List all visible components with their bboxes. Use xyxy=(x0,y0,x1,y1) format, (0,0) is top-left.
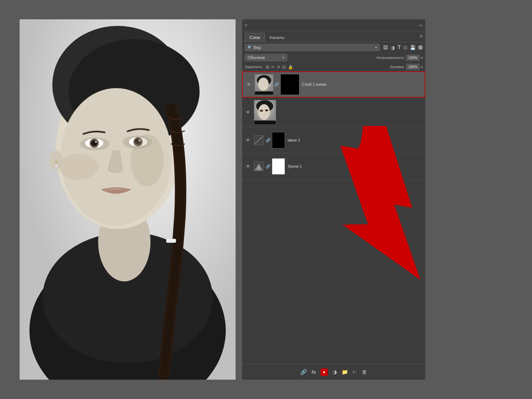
svg-rect-43 xyxy=(256,167,257,170)
photo-thumb-inner-layer1copy xyxy=(255,74,273,95)
bottom-toolbar: 🔗 fx ● ◑ 📁 ⊢ 🗑 xyxy=(242,364,425,380)
lock-paint-icon[interactable]: ✏ xyxy=(271,65,275,69)
tab-layers[interactable]: Слои xyxy=(245,33,265,42)
new-layer-icon[interactable]: ● xyxy=(321,369,328,376)
svg-rect-29 xyxy=(255,91,274,95)
thumb-svg-layer1copy xyxy=(255,74,274,95)
mask-thumb-layer1copy xyxy=(280,74,299,95)
layers-list: 👁 xyxy=(242,71,425,364)
half-circle-icon[interactable]: ◑ xyxy=(390,45,395,51)
eye-icon-layer1[interactable]: 👁 xyxy=(245,110,251,115)
eye-symbol-levels1: 👁 xyxy=(246,164,250,169)
blend-arrow: ▾ xyxy=(283,56,284,59)
filter-label: Вид xyxy=(254,45,261,50)
svg-point-20 xyxy=(55,161,58,164)
filter-row: 🔍 Вид ▾ 🖼 ◑ T ⊡ 💾 xyxy=(242,42,425,53)
curves-adj-icon xyxy=(254,135,264,145)
filter-arrow: ▾ xyxy=(375,46,377,49)
panel-close-btn[interactable]: × xyxy=(245,23,247,28)
transform-icon[interactable]: ⊡ xyxy=(403,45,407,50)
layer-thumb-layer1copy xyxy=(255,74,274,95)
fill-value[interactable]: 100% xyxy=(406,64,420,70)
svg-point-33 xyxy=(258,104,270,120)
svg-point-28 xyxy=(258,78,269,91)
opacity-value[interactable]: 100% xyxy=(406,55,420,61)
portrait-overlay xyxy=(20,19,236,380)
filter-dropdown[interactable]: 🔍 Вид ▾ xyxy=(245,44,380,51)
portrait-svg xyxy=(20,19,236,380)
svg-point-35 xyxy=(265,109,268,111)
svg-rect-42 xyxy=(255,168,256,170)
lock-all-icon[interactable]: 🔒 xyxy=(288,65,293,69)
search-icon: 🔍 xyxy=(248,46,252,50)
lock-label: Закрепить: xyxy=(245,65,263,69)
lock-move-icon[interactable]: ✛ xyxy=(277,65,280,69)
mask-thumb-levels1 xyxy=(272,158,285,175)
folder-icon[interactable]: 📁 xyxy=(342,369,348,375)
opacity-arrow[interactable]: ▾ xyxy=(421,56,423,60)
panel-header: × «« xyxy=(242,19,425,31)
svg-point-24 xyxy=(131,134,164,186)
chain-icon-curves2: 🔗 xyxy=(266,138,271,142)
fill-arrow[interactable]: ▾ xyxy=(421,65,423,69)
thumb-svg-layer1 xyxy=(254,100,276,125)
svg-point-21 xyxy=(55,164,58,167)
mask-thumb-curves2 xyxy=(272,132,285,148)
layer-item-layer1[interactable]: 👁 xyxy=(242,98,425,127)
fx-icon[interactable]: fx xyxy=(311,369,316,375)
eye-symbol-layer1: 👁 xyxy=(246,110,250,115)
svg-rect-46 xyxy=(260,166,261,170)
eye-icon-curves2[interactable]: 👁 xyxy=(245,138,251,143)
save-icon[interactable]: 💾 xyxy=(410,45,416,50)
eye-icon-layer1copy[interactable]: 👁 xyxy=(245,82,252,87)
fill-section: Заливка: 100% ▾ xyxy=(390,64,423,70)
opacity-label: Непрозрачность: xyxy=(377,56,405,60)
svg-point-23 xyxy=(59,154,98,180)
lock-artboard-icon[interactable]: ⊟ xyxy=(282,65,286,69)
lock-icons: ⊞ ✏ ✛ ⊟ 🔒 xyxy=(266,65,293,69)
panel-menu-icon[interactable]: ≡ xyxy=(420,33,423,42)
svg-rect-36 xyxy=(254,121,276,125)
opacity-section: Непрозрачность: 100% ▾ xyxy=(377,55,423,61)
blend-opacity-row: Обычные ▾ Непрозрачность: 100% ▾ xyxy=(242,53,425,63)
curves-svg xyxy=(254,136,263,145)
blend-mode-dropdown[interactable]: Обычные ▾ xyxy=(245,54,287,61)
blend-mode-label: Обычные xyxy=(248,55,265,60)
panel-tabs: Слои Каналы ≡ xyxy=(242,31,425,42)
circle-btn-label: ● xyxy=(323,370,326,374)
svg-point-17 xyxy=(95,141,97,143)
layer-name-layer1copy: Слой 1 копия xyxy=(302,82,422,87)
image-icon[interactable]: 🖼 xyxy=(383,45,388,50)
text-icon[interactable]: T xyxy=(398,45,401,50)
layers-panel: × «« Слои Каналы ≡ 🔍 Вид ▾ 🖼 ◑ T ⊡ 💾 xyxy=(242,19,425,380)
svg-rect-22 xyxy=(166,239,176,243)
chain-icon-levels1: 🔗 xyxy=(266,164,271,169)
lock-fill-row: Закрепить: ⊞ ✏ ✛ ⊟ 🔒 Заливка: 100% ▾ xyxy=(242,63,425,71)
svg-point-34 xyxy=(260,110,263,112)
levels-adj-icon xyxy=(254,162,264,171)
canvas-area xyxy=(20,19,236,380)
layer-item-levels1[interactable]: 👁 🔗 xyxy=(242,153,425,180)
crop-btn[interactable]: ⊢ xyxy=(353,369,357,375)
layer-name-curves2: ивые 2 xyxy=(288,138,423,142)
svg-rect-44 xyxy=(257,165,258,170)
toolbar-icons: 🖼 ◑ T ⊡ 💾 xyxy=(383,45,423,51)
panel-collapse-btn[interactable]: «« xyxy=(419,23,423,27)
layer-thumb-layer1 xyxy=(254,100,276,125)
svg-rect-45 xyxy=(258,164,259,170)
eye-symbol-layer1copy: 👁 xyxy=(246,82,251,87)
lock-pixels-icon[interactable]: ⊞ xyxy=(266,65,269,69)
tab-channels[interactable]: Каналы xyxy=(265,33,289,42)
eye-symbol-curves2: 👁 xyxy=(246,138,250,143)
trash-icon[interactable]: 🗑 xyxy=(362,369,367,375)
layer-name-levels1: Урони 1 xyxy=(288,164,423,169)
chain-icon-layer1copy: 🔗 xyxy=(274,82,279,87)
dot-icon xyxy=(418,45,423,50)
link-icon[interactable]: 🔗 xyxy=(300,369,307,375)
layer-item-curves2[interactable]: 👁 🔗 ивые 2 xyxy=(242,127,425,153)
svg-rect-47 xyxy=(261,168,262,170)
half-circle-btn[interactable]: ◑ xyxy=(332,369,337,375)
fill-label: Заливка: xyxy=(390,65,405,69)
layer-item-layer1copy[interactable]: 👁 xyxy=(242,71,425,98)
eye-icon-levels1[interactable]: 👁 xyxy=(245,164,251,169)
